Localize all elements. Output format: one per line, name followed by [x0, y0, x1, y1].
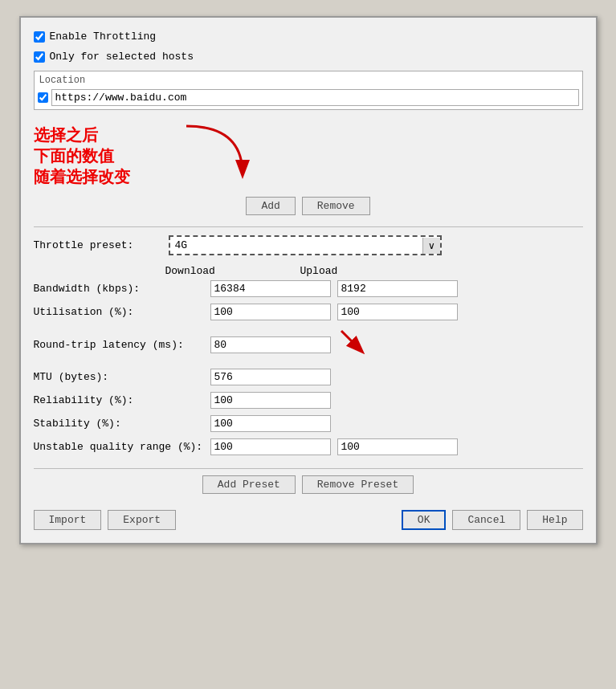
field-row: Utilisation (%): [34, 304, 583, 320]
throttle-preset-label: Throttle preset: [34, 239, 162, 251]
enable-throttling-checkbox[interactable] [34, 31, 45, 43]
field-label: Round-trip latency (ms): [34, 339, 210, 351]
field-download-input[interactable] [210, 369, 331, 385]
add-preset-button[interactable]: Add Preset [202, 475, 296, 494]
add-remove-row: Add Remove [34, 197, 583, 215]
throttle-preset-selector[interactable]: ∨ [169, 235, 442, 255]
throttling-dialog: Enable Throttling Only for selected host… [19, 16, 598, 544]
field-download-input[interactable] [210, 280, 331, 297]
field-label: Reliability (%): [34, 394, 210, 406]
footer-left-buttons: Import Export [34, 510, 177, 530]
footer-buttons: Import Export OK Cancel Help [34, 503, 583, 530]
field-label: Utilisation (%): [34, 306, 210, 318]
field-upload-input[interactable] [337, 304, 458, 320]
field-row: Round-trip latency (ms): [34, 327, 583, 362]
field-label: Unstable quality range (%): [34, 441, 210, 453]
upload-header: Upload [297, 265, 426, 277]
remove-button[interactable]: Remove [302, 197, 370, 215]
cancel-button[interactable]: Cancel [452, 510, 520, 530]
field-download-input[interactable] [210, 415, 331, 432]
field-row: Unstable quality range (%): [34, 438, 583, 455]
only-selected-hosts-label: Only for selected hosts [50, 51, 194, 63]
field-row: Stability (%): [34, 415, 583, 432]
field-upload-input[interactable] [337, 438, 458, 455]
host-entry-input[interactable] [51, 89, 579, 106]
field-upload-input[interactable] [337, 280, 458, 297]
field-row: Reliability (%): [34, 392, 583, 409]
field-row: MTU (bytes): [34, 369, 583, 385]
add-button[interactable]: Add [246, 197, 295, 215]
hosts-column-header: Location [38, 75, 579, 86]
remove-preset-button[interactable]: Remove Preset [302, 475, 414, 494]
preset-buttons-row: Add Preset Remove Preset [34, 468, 583, 494]
field-label: MTU (bytes): [34, 371, 210, 383]
field-download-input[interactable] [210, 336, 331, 353]
field-row: Bandwidth (kbps): [34, 280, 583, 297]
help-button[interactable]: Help [527, 510, 582, 530]
throttle-preset-row: Throttle preset: ∨ [34, 235, 583, 255]
field-label: Bandwidth (kbps): [34, 283, 210, 295]
download-header: Download [162, 265, 291, 277]
field-label: Stability (%): [34, 418, 210, 430]
only-selected-hosts-checkbox[interactable] [34, 51, 45, 63]
host-entry-checkbox[interactable] [38, 92, 48, 103]
column-headers: Download Upload [162, 265, 583, 277]
field-download-input[interactable] [210, 392, 331, 409]
enable-throttling-label: Enable Throttling [50, 31, 157, 43]
only-selected-hosts-row: Only for selected hosts [34, 51, 583, 63]
field-download-input[interactable] [210, 304, 331, 320]
ok-button[interactable]: OK [402, 510, 447, 530]
fields-container: Bandwidth (kbps):Utilisation (%):Round-t… [34, 280, 583, 455]
latency-arrow [337, 327, 369, 359]
hosts-entry-row [38, 89, 579, 106]
field-download-input[interactable] [210, 438, 331, 455]
enable-throttling-row: Enable Throttling [34, 31, 583, 43]
annotation-arrow [178, 118, 275, 182]
export-button[interactable]: Export [108, 510, 176, 530]
annotation-text: 选择之后 下面的数值 随着选择改变 [34, 124, 130, 187]
throttle-preset-input[interactable] [170, 237, 422, 254]
hosts-table: Location [34, 71, 583, 110]
throttle-preset-dropdown-btn[interactable]: ∨ [422, 238, 440, 254]
footer-right-buttons: OK Cancel Help [402, 510, 583, 530]
import-button[interactable]: Import [34, 510, 102, 530]
